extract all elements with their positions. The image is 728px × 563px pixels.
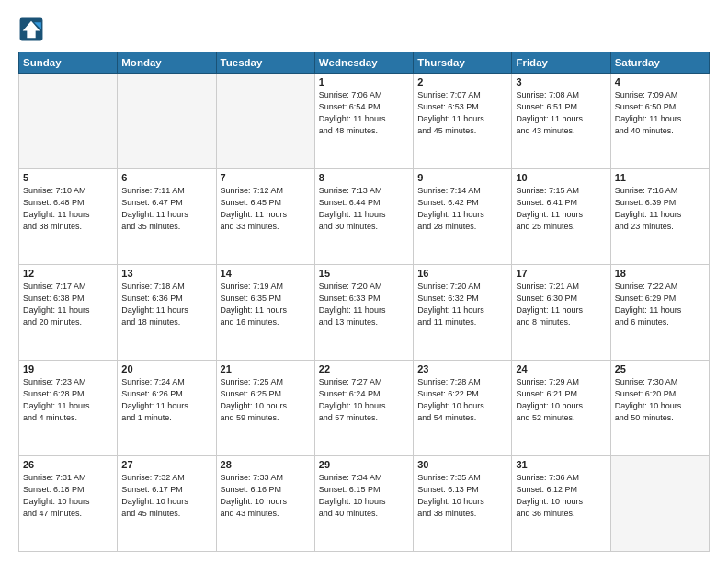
calendar-cell: 8Sunrise: 7:13 AM Sunset: 6:44 PM Daylig… (314, 169, 413, 265)
day-number: 20 (121, 363, 211, 374)
day-info: Sunrise: 7:24 AM Sunset: 6:26 PM Dayligh… (121, 376, 211, 424)
day-info: Sunrise: 7:34 AM Sunset: 6:15 PM Dayligh… (319, 472, 409, 520)
calendar-cell: 19Sunrise: 7:23 AM Sunset: 6:28 PM Dayli… (19, 361, 118, 456)
calendar-cell: 27Sunrise: 7:32 AM Sunset: 6:17 PM Dayli… (118, 456, 216, 552)
day-number: 19 (23, 363, 113, 374)
day-info: Sunrise: 7:28 AM Sunset: 6:22 PM Dayligh… (417, 376, 507, 424)
day-header-thursday: Thursday (414, 52, 512, 74)
calendar-cell: 16Sunrise: 7:20 AM Sunset: 6:32 PM Dayli… (414, 265, 512, 361)
day-number: 31 (516, 459, 606, 470)
day-number: 21 (221, 363, 311, 374)
day-number: 10 (516, 172, 606, 183)
day-info: Sunrise: 7:27 AM Sunset: 6:24 PM Dayligh… (319, 376, 409, 424)
day-header-sunday: Sunday (19, 52, 118, 74)
calendar-cell (610, 456, 709, 552)
day-number: 22 (319, 363, 409, 374)
day-number: 2 (417, 76, 507, 87)
day-number: 23 (417, 363, 507, 374)
calendar-cell: 2Sunrise: 7:07 AM Sunset: 6:53 PM Daylig… (414, 74, 512, 169)
calendar-cell: 9Sunrise: 7:14 AM Sunset: 6:42 PM Daylig… (414, 169, 512, 265)
day-info: Sunrise: 7:14 AM Sunset: 6:42 PM Dayligh… (417, 185, 507, 233)
calendar-week-4: 26Sunrise: 7:31 AM Sunset: 6:18 PM Dayli… (19, 456, 710, 552)
calendar-cell: 17Sunrise: 7:21 AM Sunset: 6:30 PM Dayli… (512, 265, 610, 361)
calendar-cell: 28Sunrise: 7:33 AM Sunset: 6:16 PM Dayli… (216, 456, 314, 552)
day-info: Sunrise: 7:19 AM Sunset: 6:35 PM Dayligh… (221, 281, 311, 328)
day-info: Sunrise: 7:33 AM Sunset: 6:16 PM Dayligh… (221, 472, 311, 520)
day-number: 17 (516, 268, 606, 279)
calendar-cell: 29Sunrise: 7:34 AM Sunset: 6:15 PM Dayli… (314, 456, 413, 552)
day-header-tuesday: Tuesday (216, 52, 314, 74)
day-info: Sunrise: 7:13 AM Sunset: 6:44 PM Dayligh… (319, 185, 409, 233)
calendar-week-1: 5Sunrise: 7:10 AM Sunset: 6:48 PM Daylig… (19, 169, 710, 265)
day-number: 15 (319, 268, 409, 279)
day-header-friday: Friday (512, 52, 610, 74)
calendar-cell: 24Sunrise: 7:29 AM Sunset: 6:21 PM Dayli… (512, 361, 610, 456)
day-info: Sunrise: 7:20 AM Sunset: 6:33 PM Dayligh… (319, 281, 409, 328)
calendar-cell: 13Sunrise: 7:18 AM Sunset: 6:36 PM Dayli… (118, 265, 216, 361)
day-number: 9 (417, 172, 507, 183)
calendar-week-0: 1Sunrise: 7:06 AM Sunset: 6:54 PM Daylig… (19, 74, 710, 169)
calendar-cell: 23Sunrise: 7:28 AM Sunset: 6:22 PM Dayli… (414, 361, 512, 456)
calendar-cell: 1Sunrise: 7:06 AM Sunset: 6:54 PM Daylig… (314, 74, 413, 169)
day-number: 30 (417, 459, 507, 470)
day-number: 11 (615, 172, 705, 183)
page: SundayMondayTuesdayWednesdayThursdayFrid… (0, 0, 728, 563)
day-number: 13 (121, 268, 211, 279)
logo-icon (18, 17, 44, 42)
day-header-monday: Monday (118, 52, 216, 74)
day-number: 16 (417, 268, 507, 279)
day-number: 5 (23, 172, 113, 183)
logo (18, 17, 48, 42)
calendar-cell: 18Sunrise: 7:22 AM Sunset: 6:29 PM Dayli… (610, 265, 709, 361)
day-info: Sunrise: 7:30 AM Sunset: 6:20 PM Dayligh… (615, 376, 705, 424)
calendar-cell: 5Sunrise: 7:10 AM Sunset: 6:48 PM Daylig… (19, 169, 118, 265)
day-number: 29 (319, 459, 409, 470)
calendar-header-row: SundayMondayTuesdayWednesdayThursdayFrid… (19, 52, 710, 74)
day-info: Sunrise: 7:23 AM Sunset: 6:28 PM Dayligh… (23, 376, 113, 424)
calendar-table: SundayMondayTuesdayWednesdayThursdayFrid… (18, 52, 710, 552)
day-number: 12 (23, 268, 113, 279)
calendar-cell: 11Sunrise: 7:16 AM Sunset: 6:39 PM Dayli… (610, 169, 709, 265)
day-info: Sunrise: 7:17 AM Sunset: 6:38 PM Dayligh… (23, 281, 113, 328)
calendar-cell: 3Sunrise: 7:08 AM Sunset: 6:51 PM Daylig… (512, 74, 610, 169)
calendar-cell: 20Sunrise: 7:24 AM Sunset: 6:26 PM Dayli… (118, 361, 216, 456)
day-number: 28 (221, 459, 311, 470)
day-header-wednesday: Wednesday (314, 52, 413, 74)
day-number: 14 (221, 268, 311, 279)
day-info: Sunrise: 7:29 AM Sunset: 6:21 PM Dayligh… (516, 376, 606, 424)
calendar-body: 1Sunrise: 7:06 AM Sunset: 6:54 PM Daylig… (19, 74, 710, 552)
day-info: Sunrise: 7:08 AM Sunset: 6:51 PM Dayligh… (516, 89, 606, 137)
calendar-cell: 6Sunrise: 7:11 AM Sunset: 6:47 PM Daylig… (118, 169, 216, 265)
day-info: Sunrise: 7:16 AM Sunset: 6:39 PM Dayligh… (615, 185, 705, 233)
day-number: 7 (221, 172, 311, 183)
day-number: 1 (319, 76, 409, 87)
calendar-cell: 26Sunrise: 7:31 AM Sunset: 6:18 PM Dayli… (19, 456, 118, 552)
day-number: 18 (615, 268, 705, 279)
calendar-cell: 31Sunrise: 7:36 AM Sunset: 6:12 PM Dayli… (512, 456, 610, 552)
day-info: Sunrise: 7:09 AM Sunset: 6:50 PM Dayligh… (615, 89, 705, 137)
day-info: Sunrise: 7:11 AM Sunset: 6:47 PM Dayligh… (121, 185, 211, 233)
calendar-cell: 21Sunrise: 7:25 AM Sunset: 6:25 PM Dayli… (216, 361, 314, 456)
day-info: Sunrise: 7:06 AM Sunset: 6:54 PM Dayligh… (319, 89, 409, 137)
day-info: Sunrise: 7:10 AM Sunset: 6:48 PM Dayligh… (23, 185, 113, 233)
calendar-cell: 14Sunrise: 7:19 AM Sunset: 6:35 PM Dayli… (216, 265, 314, 361)
day-info: Sunrise: 7:22 AM Sunset: 6:29 PM Dayligh… (615, 281, 705, 328)
calendar-cell: 10Sunrise: 7:15 AM Sunset: 6:41 PM Dayli… (512, 169, 610, 265)
day-number: 8 (319, 172, 409, 183)
header (18, 17, 710, 42)
day-number: 6 (121, 172, 211, 183)
day-header-saturday: Saturday (610, 52, 709, 74)
day-info: Sunrise: 7:36 AM Sunset: 6:12 PM Dayligh… (516, 472, 606, 520)
calendar-cell: 15Sunrise: 7:20 AM Sunset: 6:33 PM Dayli… (314, 265, 413, 361)
calendar-week-2: 12Sunrise: 7:17 AM Sunset: 6:38 PM Dayli… (19, 265, 710, 361)
calendar-cell: 30Sunrise: 7:35 AM Sunset: 6:13 PM Dayli… (414, 456, 512, 552)
day-info: Sunrise: 7:21 AM Sunset: 6:30 PM Dayligh… (516, 281, 606, 328)
day-number: 3 (516, 76, 606, 87)
day-number: 24 (516, 363, 606, 374)
calendar-cell: 22Sunrise: 7:27 AM Sunset: 6:24 PM Dayli… (314, 361, 413, 456)
calendar-cell: 4Sunrise: 7:09 AM Sunset: 6:50 PM Daylig… (610, 74, 709, 169)
day-number: 25 (615, 363, 705, 374)
day-number: 4 (615, 76, 705, 87)
day-info: Sunrise: 7:25 AM Sunset: 6:25 PM Dayligh… (221, 376, 311, 424)
day-info: Sunrise: 7:18 AM Sunset: 6:36 PM Dayligh… (121, 281, 211, 328)
